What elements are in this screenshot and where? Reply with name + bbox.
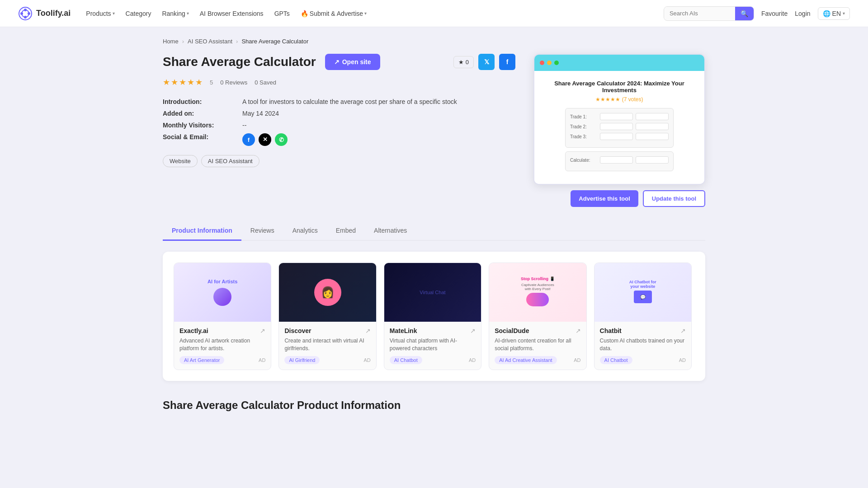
external-link-icon-1[interactable]: ↗ [365,327,371,334]
star-4: ★ [187,77,194,87]
screenshot-container: Share Average Calculator 2024: Maximize … [533,54,705,185]
logo[interactable]: Toolify.ai [18,6,71,21]
nav-ai-browser-label: AI Browser Extensions [200,10,264,17]
monthly-visitors-value: -- [242,122,246,129]
bottom-title: Share Average Calculator Product Informa… [163,399,705,412]
facebook-icon[interactable]: f [242,133,255,146]
nav-gpts[interactable]: GPTs [270,7,294,20]
screenshot-body: Share Average Calculator 2024: Maximize … [534,71,704,184]
svg-point-3 [24,16,27,19]
screenshot-stars: ★★★★★ (7 votes) [595,96,643,103]
star-count: ★ 0 [453,56,474,68]
tab-embed[interactable]: Embed [327,221,365,241]
chevron-down-icon-4: ▾ [843,11,845,16]
card-ad-0: AD [259,357,265,363]
search-wrap: 🔍 [664,6,754,21]
form-field-4a [600,156,633,164]
tab-reviews[interactable]: Reviews [241,221,283,241]
info-table: Introduction: A tool for investors to ca… [163,98,515,146]
tab-product-information[interactable]: Product Information [163,221,241,241]
x-twitter-icon[interactable]: ✕ [259,133,271,146]
open-site-button[interactable]: ↗ Open site [325,54,380,70]
breadcrumb-home[interactable]: Home [163,38,179,45]
card-footer-3: AI Ad Creative Assistant AD [495,356,580,364]
form-field-1a [600,113,633,120]
nav-category[interactable]: Category [121,7,156,20]
tags: Website AI SEO Assistant [163,155,515,167]
tool-title: Share Average Calculator [163,55,316,69]
form-field-1b [636,113,669,120]
card-title-row-2: MateLink ↗ [390,327,476,334]
external-link-icon-2[interactable]: ↗ [470,327,476,334]
saved-count: 0 Saved [255,79,276,86]
nav-products[interactable]: Products ▾ [81,7,119,20]
card-desc-4: Custom AI chatbots trained on your data. [600,337,686,352]
tag-ai-seo[interactable]: AI SEO Assistant [201,155,259,167]
added-on-label: Added on: [163,110,235,117]
card-tag-4[interactable]: AI Chatbot [600,356,632,364]
globe-icon: 🌐 [823,10,830,17]
search-button[interactable]: 🔍 [735,7,754,20]
tag-website[interactable]: Website [163,155,198,167]
card-tag-1[interactable]: AI Girlfriend [284,356,320,364]
tabs: Product Information Reviews Analytics Em… [163,221,705,241]
hero-left: Share Average Calculator ↗ Open site ★ 0… [163,54,515,167]
nav-ai-browser[interactable]: AI Browser Extensions [195,7,268,20]
star-1: ★ [163,77,170,87]
star-icon: ★ [458,59,464,66]
external-link-icon-0[interactable]: ↗ [260,327,265,334]
reviews-count: 0 Reviews [220,79,247,86]
info-monthly-visitors: Monthly Visitors: -- [163,122,515,129]
nav-items: Products ▾ Category Ranking ▾ AI Browser… [81,7,371,20]
external-link-icon-4[interactable]: ↗ [680,327,686,334]
card-tag-0[interactable]: AI Art Generator [179,356,224,364]
svg-point-4 [20,12,23,15]
breadcrumb-parent[interactable]: AI SEO Assistant [188,38,232,45]
external-link-icon-3[interactable]: ↗ [576,327,581,334]
card-exactly-ai: AI for Artists Exactly.ai ↗ Advanced AI … [174,263,271,370]
action-buttons: Advertise this tool Update this tool [533,190,705,207]
card-matelink: Virtual Chat MateLink ↗ Virtual chat pla… [384,263,481,370]
screenshot-title: Share Average Calculator 2024: Maximize … [543,80,695,94]
favourite-link[interactable]: Favourite [761,10,788,17]
nav-submit[interactable]: 🔥 Submit & Advertise ▾ [296,7,371,20]
twitter-share-button[interactable]: 𝕏 [478,54,495,70]
card-tag-2[interactable]: AI Chatbot [390,356,422,364]
card-title-0: Exactly.ai [179,327,208,334]
info-social-email: Social & Email: f ✕ ✆ [163,133,515,146]
logo-icon [18,6,33,21]
tab-analytics[interactable]: Analytics [283,221,327,241]
breadcrumb: Home › AI SEO Assistant › Share Average … [163,38,705,45]
nav-ranking[interactable]: Ranking ▾ [157,7,193,20]
screenshot-bar [534,55,704,71]
social-share: ★ 0 𝕏 f [453,54,515,70]
search-input[interactable] [664,7,735,20]
card-title-row-1: Discover ↗ [284,327,370,334]
nav-right: 🔍 Favourite Login 🌐 EN ▾ [664,6,850,21]
card-title-row-3: SocialDude ↗ [495,327,580,334]
language-selector[interactable]: 🌐 EN ▾ [818,7,850,20]
card-tag-3[interactable]: AI Ad Creative Assistant [495,356,557,364]
added-on-value: May 14 2024 [242,110,279,117]
main-content: Home › AI SEO Assistant › Share Average … [145,27,723,441]
card-discover: 👩 Discover ↗ Create and interact with vi… [278,263,376,370]
breadcrumb-sep-1: › [182,38,184,45]
update-button[interactable]: Update this tool [643,190,705,207]
star-5: ★ [195,77,203,87]
cards-grid: AI for Artists Exactly.ai ↗ Advanced AI … [174,263,694,370]
tab-alternatives[interactable]: Alternatives [365,221,416,241]
card-img-discover: 👩 [279,263,376,322]
form-row-1: Trade 1: [570,113,669,120]
form-field-3b [636,133,669,140]
card-footer-1: AI Girlfriend AD [284,356,370,364]
advertise-button[interactable]: Advertise this tool [571,190,638,207]
hero-right: Share Average Calculator 2024: Maximize … [533,54,705,207]
form-row-4: Calculate: [570,156,669,164]
card-ad-1: AD [364,357,371,363]
tool-title-row: Share Average Calculator ↗ Open site ★ 0… [163,54,515,70]
login-link[interactable]: Login [795,10,810,17]
info-added-on: Added on: May 14 2024 [163,110,515,117]
whatsapp-icon[interactable]: ✆ [275,133,288,146]
facebook-share-button[interactable]: f [499,54,515,70]
breadcrumb-current: Share Average Calculator [241,38,308,45]
